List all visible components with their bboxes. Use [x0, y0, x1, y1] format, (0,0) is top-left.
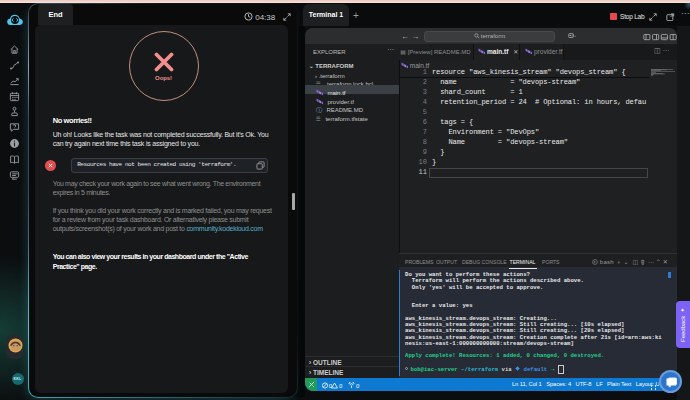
- svg-text:0: 0: [356, 383, 360, 389]
- svg-text:0: 0: [339, 383, 343, 389]
